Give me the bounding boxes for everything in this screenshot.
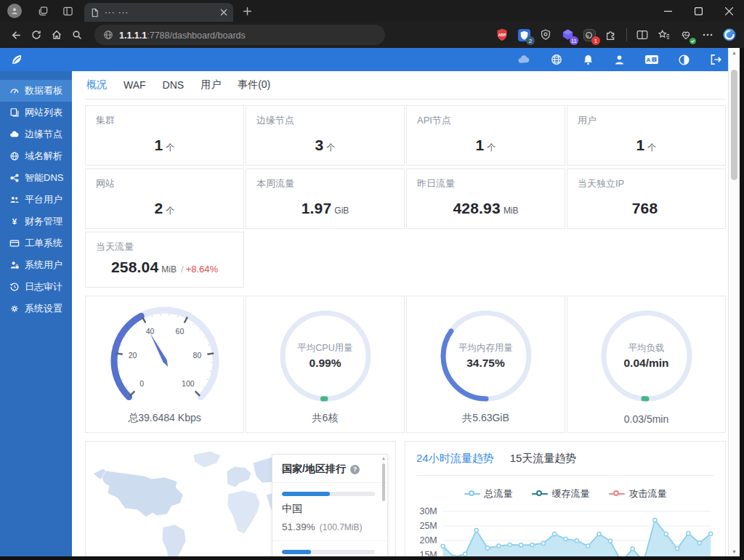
- recorder-extension-badge: 1: [591, 36, 600, 45]
- language-globe-icon[interactable]: [550, 53, 563, 66]
- geo-percent: 51.39%: [282, 522, 315, 532]
- back-button[interactable]: [6, 25, 26, 45]
- window-edge: [0, 556, 744, 560]
- address-bar[interactable]: 1.1.1.1:7788/dashboard/boards: [94, 25, 385, 45]
- page-tabs: 概况 WAF DNS 用户 事件(0): [85, 71, 726, 100]
- workspaces-icon[interactable]: [33, 3, 52, 19]
- legend-marker-icon: [464, 490, 480, 498]
- scroll-thumb[interactable]: [382, 463, 385, 501]
- bitwarden-extension-icon[interactable]: 2: [515, 26, 533, 44]
- minimize-button[interactable]: [652, 0, 683, 22]
- site-globe-icon[interactable]: [103, 30, 113, 40]
- tab-15d-trend[interactable]: 15天流量趋势: [510, 452, 577, 466]
- shield-extension-icon[interactable]: [537, 26, 554, 44]
- legend-attack-traffic[interactable]: 攻击流量: [609, 487, 667, 500]
- chart-part: [530, 543, 534, 546]
- tab-overview[interactable]: 概况: [86, 78, 107, 92]
- stat-label: API节点: [417, 114, 451, 127]
- sidebar-item-label: 智能DNS: [25, 171, 63, 184]
- home-button[interactable]: [46, 25, 67, 45]
- vertical-tabs-icon[interactable]: [58, 3, 77, 19]
- notifications-bell-icon[interactable]: [582, 54, 594, 66]
- url-path: :7788/dashboard/boards: [147, 31, 246, 41]
- sidebar-item-system-settings[interactable]: 系统设置: [0, 298, 72, 320]
- tab-users[interactable]: 用户: [201, 78, 221, 92]
- profile-avatar[interactable]: [7, 4, 22, 18]
- chart-part: [485, 546, 489, 550]
- close-button[interactable]: [713, 0, 744, 22]
- maximize-button[interactable]: [683, 0, 713, 22]
- sidebar-item-edge-nodes[interactable]: 边缘节点: [0, 123, 72, 145]
- more-menu-icon[interactable]: [699, 26, 716, 44]
- chart-part: [597, 532, 601, 536]
- stat-value: 768: [632, 200, 658, 216]
- favorites-icon[interactable]: [655, 26, 673, 44]
- sidebar-item-finance[interactable]: ¥财务管理: [0, 211, 72, 232]
- stat-label: 当天流量: [96, 240, 134, 253]
- sidebar-item-dashboard[interactable]: 数据看板: [0, 80, 72, 102]
- adblock-extension-icon[interactable]: ABP: [493, 26, 511, 44]
- sidebar-item-system-users[interactable]: 系统用户: [0, 254, 72, 276]
- new-tab-button[interactable]: [238, 3, 256, 19]
- stat-label: 边缘节点: [256, 114, 294, 127]
- stat-value: 258.04: [111, 259, 158, 275]
- extensions-row: ABP 2 11 1: [493, 26, 738, 44]
- refresh-button[interactable]: [26, 25, 46, 45]
- copilot-icon[interactable]: [721, 26, 738, 44]
- users-icon: [9, 195, 20, 205]
- app-leaf-logo-icon[interactable]: [10, 53, 23, 66]
- browser-tab[interactable]: ··· ···: [84, 3, 233, 22]
- theme-contrast-icon[interactable]: [678, 54, 690, 66]
- ticket-icon: [9, 238, 20, 248]
- sidebar-item-tickets[interactable]: 工单系统: [0, 232, 72, 254]
- sidebar-item-site-list[interactable]: 网站列表: [0, 102, 72, 123]
- scroll-thumb[interactable]: [731, 70, 737, 180]
- stat-value: 1: [636, 137, 645, 153]
- logout-icon[interactable]: [709, 53, 722, 66]
- stat-label: 用户: [578, 114, 597, 127]
- stats-row-2: 网站 2个 本周流量 1.97GiB 昨日流量 428.93MiB 当天独立IP…: [85, 169, 726, 229]
- legend-cache-traffic[interactable]: 缓存流量: [532, 487, 590, 500]
- tab-24h-trend[interactable]: 24小时流量趋势: [416, 452, 494, 466]
- sidebar-item-platform-users[interactable]: 平台用户: [0, 189, 72, 211]
- tab-events[interactable]: 事件(0): [238, 78, 270, 92]
- stat-delta: +8.64%: [186, 264, 218, 275]
- gauge-icon: [9, 86, 20, 96]
- purple-extension-badge: 11: [570, 36, 578, 45]
- help-icon[interactable]: ?: [350, 465, 360, 474]
- split-screen-icon[interactable]: [634, 26, 651, 44]
- share-nodes-icon: [9, 173, 20, 183]
- sidebar-item-audit-log[interactable]: 日志审计: [0, 276, 72, 298]
- purple-extension-icon[interactable]: 11: [559, 26, 576, 44]
- tab-dns[interactable]: DNS: [163, 79, 185, 91]
- load-gauge-panel: 平均负载0.04/min 0.03/5min: [567, 296, 726, 433]
- gauge-part: [129, 330, 130, 330]
- user-account-icon[interactable]: [613, 54, 626, 66]
- gauges-row: 020406080100 总39.6484 Kbps 平均CPU用量0.99% …: [85, 296, 726, 433]
- traffic-trend-chart[interactable]: 30M25M20M15M: [405, 506, 725, 560]
- recorder-extension-icon[interactable]: 1: [581, 26, 598, 44]
- chart-part: 25M: [420, 521, 437, 531]
- scroll-up-icon[interactable]: ▲: [729, 50, 740, 55]
- legend-total-traffic[interactable]: 总流量: [464, 487, 513, 500]
- stat-card-clusters: 集群 1个: [85, 105, 244, 166]
- extensions-puzzle-icon[interactable]: [602, 26, 620, 44]
- tab-waf[interactable]: WAF: [124, 79, 146, 91]
- chart-part: [709, 532, 713, 535]
- search-button[interactable]: [67, 25, 87, 45]
- scroll-up-icon[interactable]: ▲: [381, 456, 387, 460]
- browser-essentials-icon[interactable]: [677, 26, 695, 44]
- gear-icon: [9, 304, 20, 314]
- chart-part: [464, 552, 467, 556]
- translate-icon[interactable]: A文: [644, 54, 659, 65]
- scroll-down-icon[interactable]: ▼: [729, 549, 740, 554]
- cloud-status-icon[interactable]: [517, 53, 531, 67]
- cpu-gauge-title: 平均CPU用量: [297, 342, 352, 354]
- tab-close-icon[interactable]: [220, 9, 227, 16]
- sidebar-item-smart-dns[interactable]: 智能DNS: [0, 167, 72, 189]
- geo-panel-scrollbar[interactable]: ▲: [381, 456, 387, 560]
- chart-part: [653, 518, 657, 522]
- bottom-row: 国家/地区排行? 中国 51.39%(100.7MiB) 韩国 31.13%(6…: [85, 441, 726, 560]
- page-scrollbar[interactable]: ▲ ▼: [728, 48, 740, 560]
- sidebar-item-domain-resolution[interactable]: 域名解析: [0, 145, 72, 167]
